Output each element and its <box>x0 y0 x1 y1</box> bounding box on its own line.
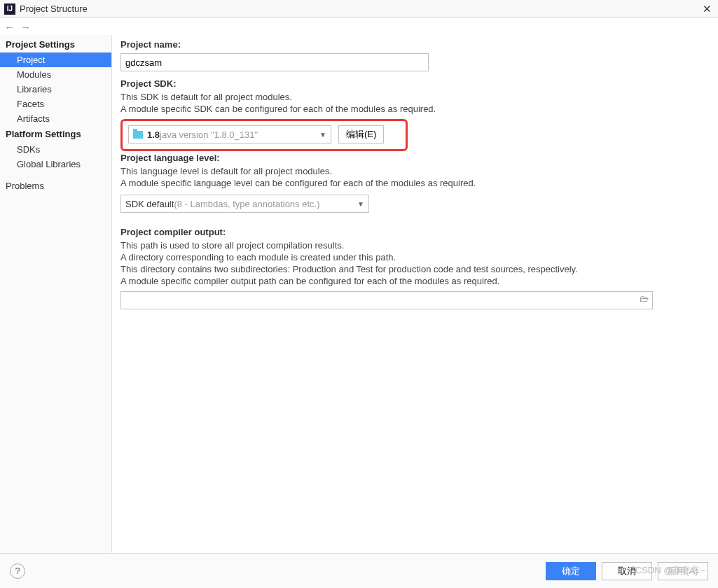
edit-sdk-button[interactable]: 编辑(E) <box>338 125 384 144</box>
compiler-output-desc4: A module specific compiler output path c… <box>120 275 704 287</box>
lang-level-desc2: A module specific language level can be … <box>120 177 704 189</box>
sidebar-heading-project-settings: Project Settings <box>0 36 111 52</box>
project-name-input[interactable] <box>120 53 429 71</box>
sidebar-item-global-libraries[interactable]: Global Libraries <box>0 157 111 172</box>
folder-icon <box>133 131 143 139</box>
chevron-down-icon: ▼ <box>319 131 326 139</box>
lang-level-desc1: This language level is default for all p… <box>120 165 704 177</box>
compiler-output-label: Project compiler output: <box>120 227 704 237</box>
sidebar-item-libraries[interactable]: Libraries <box>0 82 111 97</box>
cancel-button[interactable]: 取消 <box>602 562 652 580</box>
lang-level-value: SDK default <box>125 199 174 209</box>
lang-level-label: Project language level: <box>120 153 704 163</box>
compiler-output-desc3: This directory contains two subdirectori… <box>120 263 704 275</box>
forward-arrow-icon[interactable]: → <box>20 21 31 33</box>
lang-level-detail: (8 - Lambdas, type annotations etc.) <box>174 199 319 209</box>
footer: ? 确定 取消 应用(A) <box>0 553 718 588</box>
sidebar-item-sdks[interactable]: SDKs <box>0 142 111 157</box>
sdk-highlight-box: 1.8 java version "1.8.0_131" ▼ 编辑(E) <box>120 119 408 151</box>
sidebar-item-problems[interactable]: Problems <box>0 178 111 193</box>
sidebar-heading-platform-settings: Platform Settings <box>0 126 111 142</box>
sidebar-item-facets[interactable]: Facets <box>0 97 111 111</box>
help-icon[interactable]: ? <box>10 564 25 579</box>
lang-level-combo[interactable]: SDK default (8 - Lambdas, type annotatio… <box>120 195 369 213</box>
compiler-output-desc2: A directory corresponding to each module… <box>120 251 704 263</box>
app-icon: IJ <box>4 4 15 15</box>
sidebar-item-modules[interactable]: Modules <box>0 67 111 82</box>
project-sdk-combo[interactable]: 1.8 java version "1.8.0_131" ▼ <box>128 125 331 144</box>
sidebar-item-artifacts[interactable]: Artifacts <box>0 111 111 126</box>
browse-folder-icon[interactable]: 🗁 <box>640 293 649 304</box>
compiler-output-input[interactable] <box>120 291 653 309</box>
compiler-output-desc1: This path is used to store all project c… <box>120 239 704 251</box>
main-panel: Project name: Project SDK: This SDK is d… <box>112 35 718 553</box>
apply-button[interactable]: 应用(A) <box>658 562 708 580</box>
sdk-version-detail: java version "1.8.0_131" <box>160 130 258 140</box>
close-icon[interactable]: ✕ <box>700 3 714 15</box>
project-name-label: Project name: <box>120 39 704 50</box>
ok-button[interactable]: 确定 <box>546 562 596 580</box>
sdk-version-text: 1.8 <box>147 130 160 140</box>
project-sdk-label: Project SDK: <box>120 78 704 89</box>
window-title: Project Structure <box>20 4 700 14</box>
project-sdk-desc2: A module specific SDK can be configured … <box>120 103 704 115</box>
chevron-down-icon: ▼ <box>357 200 364 208</box>
sidebar-item-project[interactable]: Project <box>0 52 111 67</box>
back-arrow-icon[interactable]: ← <box>4 21 15 33</box>
project-sdk-desc1: This SDK is default for all project modu… <box>120 91 704 103</box>
sidebar: Project Settings Project Modules Librari… <box>0 35 112 553</box>
